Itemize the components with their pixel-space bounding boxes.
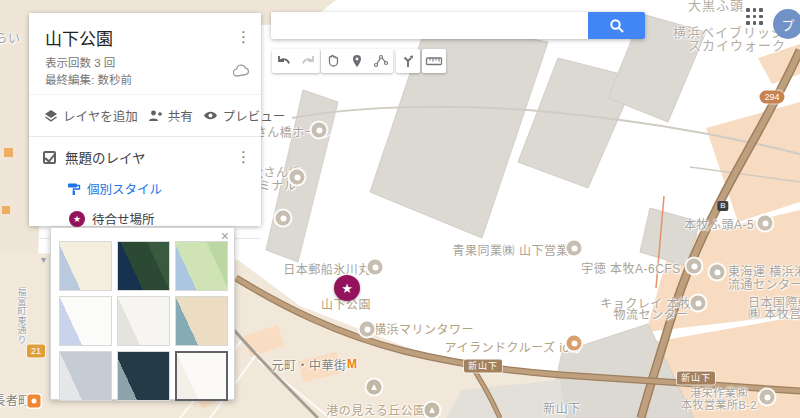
station-square-icon xyxy=(28,395,41,408)
basemap-option-default[interactable] xyxy=(59,241,112,291)
redo-icon xyxy=(300,53,316,69)
star-glyph: ★ xyxy=(341,281,353,296)
basemap-grid xyxy=(59,241,226,401)
basemap-option-satellite[interactable] xyxy=(117,241,170,291)
poi-icon xyxy=(312,123,327,138)
chevron-down-icon[interactable]: ▾ xyxy=(41,254,46,265)
park-tree-icon xyxy=(367,380,382,395)
search-button[interactable] xyxy=(588,12,645,39)
route-shield-294: 294 xyxy=(759,91,784,104)
basemap-option-simple-atlas[interactable] xyxy=(175,296,228,346)
preview-label: プレビュー xyxy=(223,106,286,125)
layer-item-label: 待合せ場所 xyxy=(92,209,155,228)
search-input[interactable] xyxy=(271,12,588,39)
eye-icon xyxy=(203,110,218,121)
basemap-chooser-popup: × xyxy=(50,227,235,400)
undo-button[interactable] xyxy=(272,49,296,73)
preview-button[interactable]: プレビュー xyxy=(198,104,291,127)
share-label: 共有 xyxy=(168,106,193,125)
hand-icon xyxy=(325,53,341,69)
poi-icon xyxy=(687,259,702,274)
measure-button[interactable] xyxy=(422,49,446,73)
individual-styles-row[interactable]: 個別スタイル xyxy=(67,179,249,198)
map-menu-kebab-icon[interactable]: ⋮ xyxy=(236,29,251,44)
person-add-icon xyxy=(148,109,163,122)
close-icon[interactable]: × xyxy=(221,229,229,243)
road-badge-shinyamashita-2: 新山下 xyxy=(677,372,715,385)
layer-checkbox[interactable] xyxy=(43,151,56,164)
search-icon xyxy=(609,18,625,34)
apps-grid-icon[interactable] xyxy=(746,8,764,26)
ruler-icon xyxy=(425,53,443,69)
add-layer-button[interactable]: レイヤを追加 xyxy=(39,104,143,127)
layer-menu-kebab-icon[interactable]: ⋮ xyxy=(236,149,251,164)
views-count: 表示回数 3 回 xyxy=(45,55,245,72)
poi-icon xyxy=(567,241,582,256)
last-edit[interactable]: 最終編集: 数秒前 xyxy=(45,72,245,89)
star-place-marker[interactable]: ★ xyxy=(334,275,360,301)
redo-button[interactable] xyxy=(296,49,320,73)
draw-line-button[interactable] xyxy=(369,49,393,73)
layers-icon xyxy=(44,109,58,123)
directions-icon xyxy=(400,53,416,69)
star-marker-icon: ★ xyxy=(69,211,85,227)
undo-redo-group xyxy=(272,49,320,73)
basemap-option-light-political[interactable] xyxy=(59,296,112,346)
marker-icon xyxy=(349,53,365,69)
add-layer-label: レイヤを追加 xyxy=(63,106,138,125)
basemap-option-mono-city[interactable] xyxy=(117,296,170,346)
poi-icon xyxy=(758,216,773,231)
route-shield-b: B xyxy=(717,201,728,211)
search-bar xyxy=(271,12,645,39)
pan-tool-button[interactable] xyxy=(321,49,345,73)
style-roller-icon xyxy=(67,182,81,196)
drive-saved-cloud-icon xyxy=(233,63,250,81)
basemap-option-terrain[interactable] xyxy=(175,241,228,291)
poi-icon xyxy=(760,390,775,405)
basemap-option-light-landmass[interactable] xyxy=(59,351,112,401)
map-info-panel: 山下公園 ⋮ 表示回数 3 回 最終編集: 数秒前 レイヤを追加 xyxy=(29,13,261,226)
layer-section: 無題のレイヤ ⋮ 個別スタイル ★ 待合せ場所 xyxy=(29,137,261,238)
draw-tools-group xyxy=(321,49,393,73)
poi-icon xyxy=(276,211,291,226)
poi-icon xyxy=(691,296,706,311)
poi-icon xyxy=(368,260,383,275)
measure-group xyxy=(422,49,446,73)
layer-name[interactable]: 無題のレイヤ xyxy=(65,147,146,167)
directions-group xyxy=(396,49,420,73)
poi-icon xyxy=(710,265,725,280)
poi-icon xyxy=(360,322,375,337)
station-m-icon: M xyxy=(347,357,357,371)
undo-icon xyxy=(276,53,292,69)
my-maps-app: 大黒ふ頭 横浜ベイブリッジ スカイウォーク 大さん橋ホール 大さん橋 国際客船タ… xyxy=(0,0,800,418)
anchor-icon xyxy=(567,336,582,351)
share-button[interactable]: 共有 xyxy=(143,104,198,127)
basemap-option-dark-landmass[interactable] xyxy=(117,351,170,401)
individual-styles-link[interactable]: 個別スタイル xyxy=(87,179,162,198)
layer-item-row[interactable]: ★ 待合せ場所 xyxy=(69,209,249,228)
basemap-option-whitewater-selected[interactable] xyxy=(175,351,228,401)
polyline-icon xyxy=(373,53,389,69)
route-shield-21: 21 xyxy=(27,345,45,358)
map-title[interactable]: 山下公園 xyxy=(45,25,245,50)
add-marker-button[interactable] xyxy=(345,49,369,73)
add-directions-button[interactable] xyxy=(396,49,420,73)
road-badge-shinyamashita-1: 新山下 xyxy=(464,360,502,373)
account-avatar[interactable]: プ xyxy=(773,9,800,39)
park-tree-icon xyxy=(425,403,440,418)
poi-icon xyxy=(290,170,305,185)
